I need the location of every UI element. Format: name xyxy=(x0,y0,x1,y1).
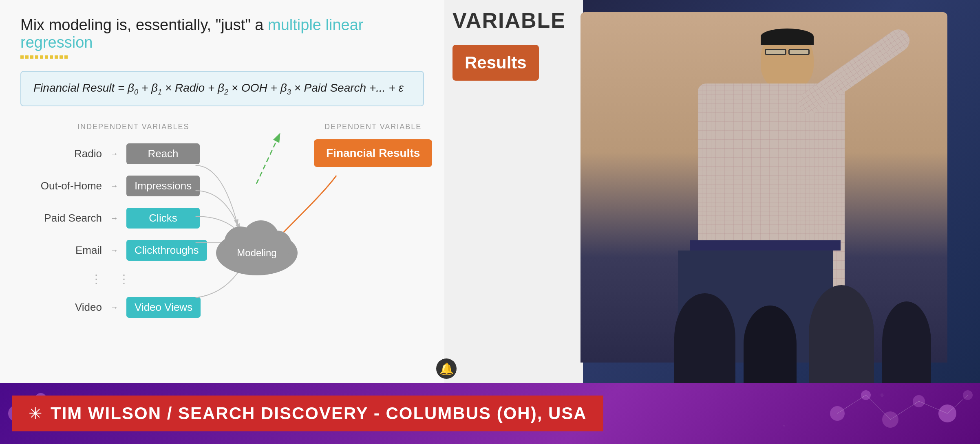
modeling-label: Modeling xyxy=(237,247,276,258)
notification-icon: 🔔 xyxy=(439,362,454,376)
banner-red-box: ✳ TIM WILSON / SEARCH DISCOVERY - COLUMB… xyxy=(12,396,603,431)
formula-text: Financial Result = β0 + β1 × Radio + β2 … xyxy=(33,81,404,94)
dots-row: ⋮ ⋮ xyxy=(20,272,216,286)
network-svg-right xyxy=(817,383,980,444)
banner-snowflake-icon: ✳ xyxy=(29,404,42,423)
financial-results-box: Financial Results xyxy=(314,139,432,167)
var-name-ooh: Out-of-Home xyxy=(20,180,102,192)
audience-silhouette-2 xyxy=(744,306,797,383)
audience-silhouette-3 xyxy=(809,285,874,383)
svg-line-16 xyxy=(866,395,890,420)
var-box-impressions: Impressions xyxy=(126,176,200,196)
title-normal: Mix modeling is, essentially, "just" a xyxy=(20,16,264,33)
svg-line-19 xyxy=(947,395,968,413)
title-underline xyxy=(20,55,69,59)
var-row-email: Email → Clickthroughs xyxy=(20,240,216,261)
var-box-video-views: Video Views xyxy=(126,297,201,318)
arrow-ooh: → xyxy=(110,181,118,191)
banner-network-right xyxy=(817,383,980,444)
independent-variables: INDEPENDENT VARIABLES Radio → Reach Out-… xyxy=(20,123,216,329)
var-row-paid-search: Paid Search → Clicks xyxy=(20,208,216,229)
arrow-email: → xyxy=(110,246,118,255)
svg-line-15 xyxy=(837,395,866,413)
presenter-belt xyxy=(690,240,841,251)
var-name-video: Video xyxy=(20,301,102,314)
arrow-video: → xyxy=(110,303,118,312)
banner-name-text: TIM WILSON / SEARCH DISCOVERY - COLUMBUS… xyxy=(51,404,587,423)
audience-area xyxy=(654,269,980,383)
arrow-paid-search: → xyxy=(110,213,118,223)
var-name-radio: Radio xyxy=(20,147,102,160)
dots-box: ⋮ xyxy=(118,272,130,286)
arrow-radio: → xyxy=(110,149,118,158)
independent-label: INDEPENDENT VARIABLES xyxy=(77,123,216,131)
partial-slide: VARIABLE Results xyxy=(444,0,583,383)
var-name-paid-search: Paid Search xyxy=(20,212,102,224)
presenter-head xyxy=(761,29,814,90)
dependent-label: DEPENDENT VARIABLE xyxy=(314,123,432,131)
presenter-glasses xyxy=(765,49,810,55)
notification-icon-container[interactable]: 🔔 xyxy=(436,358,457,379)
slide-title: Mix modeling is, essentially, "just" a m… xyxy=(20,16,424,51)
partial-results-box: Results xyxy=(452,45,539,81)
presenter-hair xyxy=(761,29,814,45)
main-area: Mix modeling is, essentially, "just" a m… xyxy=(0,0,980,383)
partial-variable-text: VARIABLE xyxy=(452,8,575,33)
partial-slide-content: VARIABLE Results xyxy=(444,0,583,89)
presenter-area: VARIABLE Results xyxy=(444,0,980,383)
var-box-clickthroughs: Clickthroughs xyxy=(126,240,207,261)
bottom-banner: ✳ TIM WILSON / SEARCH DISCOVERY - COLUMB… xyxy=(0,383,980,444)
var-row-video: Video → Video Views xyxy=(20,297,216,318)
var-row-ooh: Out-of-Home → Impressions xyxy=(20,176,216,196)
modeling-section: Modeling xyxy=(208,147,330,277)
var-row-radio: Radio → Reach xyxy=(20,143,216,164)
diagram-area: INDEPENDENT VARIABLES Radio → Reach Out-… xyxy=(20,123,424,359)
audience-silhouette-1 xyxy=(674,293,735,383)
var-box-reach: Reach xyxy=(126,143,200,164)
slide-area: Mix modeling is, essentially, "just" a m… xyxy=(0,0,444,383)
dependent-section: DEPENDENT VARIABLE Financial Results xyxy=(314,123,432,167)
formula-box: Financial Result = β0 + β1 × Radio + β2 … xyxy=(20,71,424,106)
cloud-svg: Modeling xyxy=(208,212,306,277)
var-box-clicks: Clicks xyxy=(126,208,200,229)
var-name-email: Email xyxy=(20,244,102,257)
audience-silhouette-4 xyxy=(882,301,931,383)
svg-line-17 xyxy=(890,401,919,420)
dots-name: ⋮ xyxy=(20,272,102,286)
